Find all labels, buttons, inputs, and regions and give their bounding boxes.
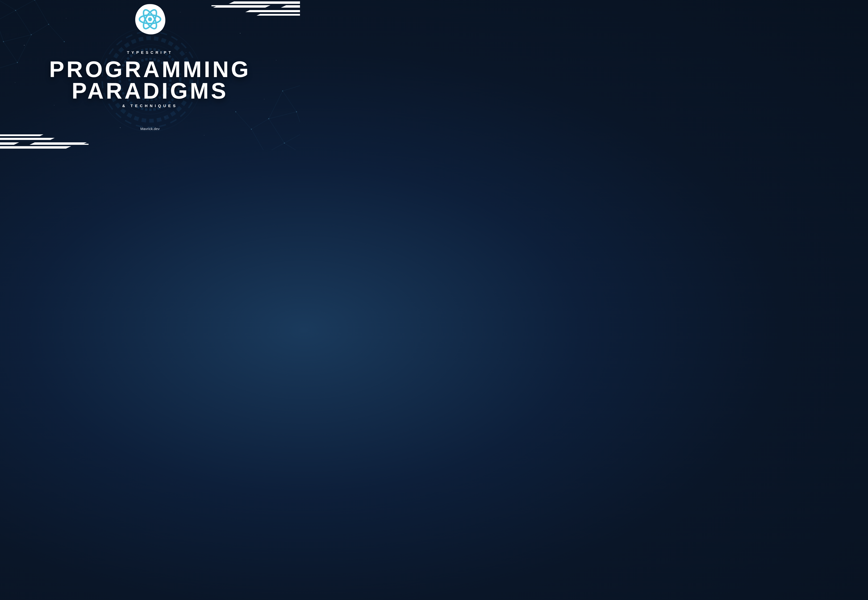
main-title: PROGRAMMING PARADIGMS <box>49 59 251 102</box>
hero-content: TYPESCRIPT PROGRAMMING PARADIGMS & TECHN… <box>0 0 300 150</box>
eyebrow-text: TYPESCRIPT <box>127 50 173 55</box>
techniques-text: & TECHNIQUES <box>122 104 177 108</box>
site-credit: Mavrick.dev <box>140 127 159 131</box>
title-line-2: PARADIGMS <box>72 78 228 103</box>
